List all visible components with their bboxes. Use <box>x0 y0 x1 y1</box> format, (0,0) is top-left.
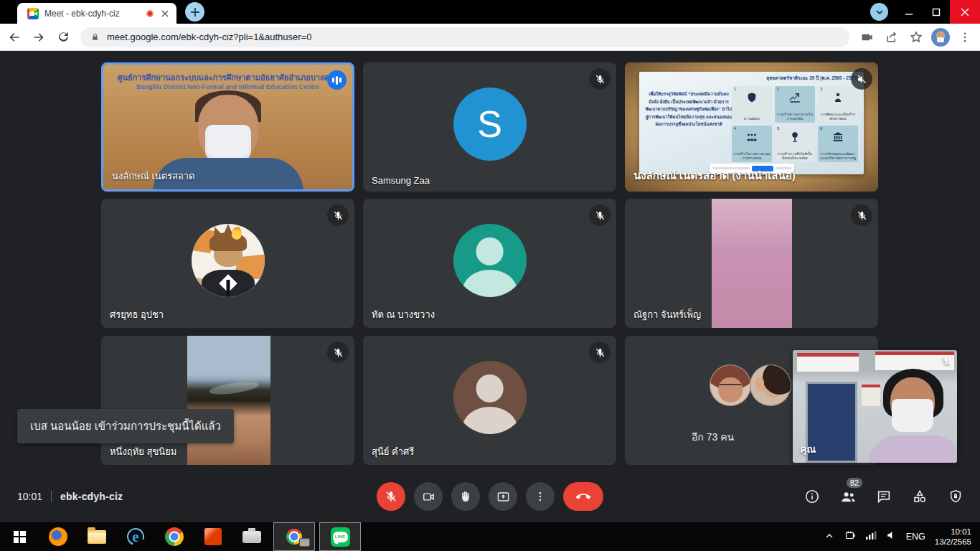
tree-icon <box>788 131 801 143</box>
window-minimize-button[interactable] <box>895 0 923 24</box>
participant-video-feed <box>187 336 270 465</box>
shared-slide: ยุทธศาสตร์ชาติระยะ 20 ปี (พ.ศ. 2560 - 25… <box>639 72 864 174</box>
participant-tile-sorayut[interactable]: ศรยุทธ อุปชา <box>101 199 354 328</box>
bookmark-star-icon[interactable] <box>907 28 925 47</box>
tab-title: Meet - ebk-cdyh-ciz <box>44 9 141 19</box>
tray-expand-chevron-icon[interactable] <box>825 530 834 543</box>
recording-indicator-icon <box>146 10 154 17</box>
window-maximize-button[interactable] <box>923 0 950 24</box>
window-thumbnail <box>299 538 310 547</box>
camera-in-use-icon[interactable] <box>858 28 877 47</box>
wall-banner-line2: Bangkla District Non-Formal and Informal… <box>103 83 352 90</box>
network-signal-icon[interactable] <box>865 530 877 543</box>
host-controls-shield-button[interactable] <box>947 488 964 505</box>
participant-tile-nonglak-video[interactable]: ศูนย์การศึกษานอกระบบและการศึกษาตามอัธยาศ… <box>101 62 354 192</box>
tab-close-icon[interactable] <box>159 8 171 19</box>
forward-button[interactable] <box>29 27 49 47</box>
mic-off-icon <box>589 68 611 90</box>
participant-name: ทัต ณ บางขวาง <box>372 307 435 322</box>
profile-avatar[interactable] <box>931 28 950 47</box>
system-tray: ENG 10:01 13/2/2565 <box>825 522 980 551</box>
participant-tile-sunee[interactable]: สุนีย์ คำศรี <box>363 336 616 465</box>
person-icon <box>831 91 844 104</box>
taskbar-clock[interactable]: 10:01 13/2/2565 <box>935 527 971 547</box>
overflow-avatars <box>710 364 791 406</box>
mic-off-icon <box>589 342 611 363</box>
participant-name: ณัฐกา จันทร์เพ็ญ <box>633 307 701 322</box>
participant-tile-that[interactable]: ทัต ณ บางขวาง <box>363 199 616 328</box>
participant-tile-samsung[interactable]: S Samsung Zaa <box>363 62 616 192</box>
meet-favicon-icon <box>27 8 39 19</box>
taskbar-chrome-window-button[interactable] <box>273 522 315 551</box>
participant-name: Samsung Zaa <box>372 175 430 186</box>
tab-search-chevron-icon[interactable] <box>870 3 888 21</box>
lock-icon[interactable] <box>90 32 100 42</box>
activities-button[interactable] <box>911 488 928 505</box>
participant-name: นงลักษณ์ เนตรสอาด <box>112 169 195 184</box>
back-button[interactable] <box>4 27 24 47</box>
participants-count-badge: 82 <box>847 478 862 488</box>
strategy-box: 3 การพัฒนาและเสริมสร้างศักยภาพคน <box>818 86 858 123</box>
taskbar-office-button[interactable] <box>194 522 232 551</box>
battery-icon[interactable] <box>843 530 856 543</box>
mic-off-icon <box>941 356 951 369</box>
browser-toolbar: meet.google.com/ebk-cdyh-ciz?pli=1&authu… <box>0 24 980 51</box>
participant-video-feed <box>712 199 792 328</box>
raise-hand-button[interactable] <box>451 482 480 511</box>
start-button[interactable] <box>0 522 39 551</box>
taskbar-ie-button[interactable]: e <box>116 522 155 551</box>
meeting-details-button[interactable] <box>804 488 821 505</box>
reload-button[interactable] <box>53 27 73 47</box>
participants-button[interactable]: 82 <box>839 488 857 505</box>
meet-main-area: ศูนย์การศึกษานอกระบบและการศึกษาตามอัธยาศ… <box>0 51 980 522</box>
presentation-tile[interactable]: ยุทธศาสตร์ชาติระยะ 20 ปี (พ.ศ. 2560 - 25… <box>625 62 878 192</box>
participant-tile-natthaka[interactable]: ณัฐกา จันทร์เพ็ญ <box>625 199 878 328</box>
more-participants-count: อีก 73 คน <box>625 429 801 445</box>
file-explorer-icon <box>88 530 106 544</box>
windows-logo-icon <box>14 531 26 543</box>
self-view-label: คุณ <box>800 441 816 457</box>
address-bar[interactable]: meet.google.com/ebk-cdyh-ciz?pli=1&authu… <box>80 27 849 47</box>
line-app-icon: LINE <box>331 527 350 547</box>
participant-tile-nuengruethai[interactable]: หนึ่งฤทัย สุขนิยม <box>101 336 354 465</box>
taskbar-firefox-button[interactable] <box>39 522 77 551</box>
windows-taskbar: e LINE ENG 10:01 13/2/2565 <box>0 522 980 551</box>
chrome-icon <box>165 527 184 546</box>
browser-tab-bar: Meet - ebk-cdyh-ciz <box>0 0 980 24</box>
new-tab-button[interactable] <box>185 2 204 22</box>
overflow-avatar-2 <box>750 364 791 406</box>
strategy-box: 4 การสร้างโอกาสความเสมอภาคทางสังคม <box>732 126 772 162</box>
meeting-info: 10:01 ebk-cdyh-ciz <box>17 491 123 502</box>
leave-call-button[interactable] <box>563 482 603 511</box>
more-options-button[interactable] <box>526 482 555 511</box>
anime-avatar-image <box>192 224 265 297</box>
slide-vision-text: เพื่อให้บรรลุวิสัยทัศน์ “ประเทศมีความมั่… <box>645 90 732 128</box>
mic-off-icon <box>851 204 872 226</box>
camera-toggle-button[interactable] <box>414 482 443 511</box>
share-icon[interactable] <box>882 28 901 47</box>
mic-toggle-button[interactable] <box>377 482 405 511</box>
taskbar-line-button[interactable]: LINE <box>319 522 361 551</box>
mic-off-icon <box>327 342 349 363</box>
window-close-button[interactable] <box>950 0 980 24</box>
firefox-icon <box>49 527 67 546</box>
browser-tab-active[interactable]: Meet - ebk-cdyh-ciz <box>17 3 176 24</box>
language-indicator[interactable]: ENG <box>906 532 925 542</box>
participant-name: หนึ่งฤทัย สุขนิยม <box>110 444 176 459</box>
present-screen-button[interactable] <box>489 482 517 511</box>
avatar <box>453 224 527 297</box>
self-view-tile[interactable]: คุณ <box>793 350 957 463</box>
browser-menu-kebab-icon[interactable] <box>956 28 974 47</box>
audio-speaking-indicator-icon <box>327 70 347 90</box>
strategy-box: 2 การสร้างความสามารถในการแข่งขัน <box>775 86 815 123</box>
mic-off-icon <box>327 204 349 226</box>
taskbar-usb-button[interactable] <box>232 522 271 551</box>
volume-icon[interactable] <box>886 530 897 543</box>
strategy-box: 5 การสร้างการเติบโตที่เป็นมิตรต่อสิ่งแวด… <box>775 126 815 162</box>
chat-button[interactable] <box>875 488 892 505</box>
taskbar-chrome-button[interactable] <box>155 522 194 551</box>
taskbar-explorer-button[interactable] <box>77 522 116 551</box>
mic-off-icon <box>589 204 611 226</box>
divider <box>51 491 52 502</box>
slide-title: ยุทธศาสตร์ชาติระยะ 20 ปี (พ.ศ. 2560 - 25… <box>766 75 858 82</box>
